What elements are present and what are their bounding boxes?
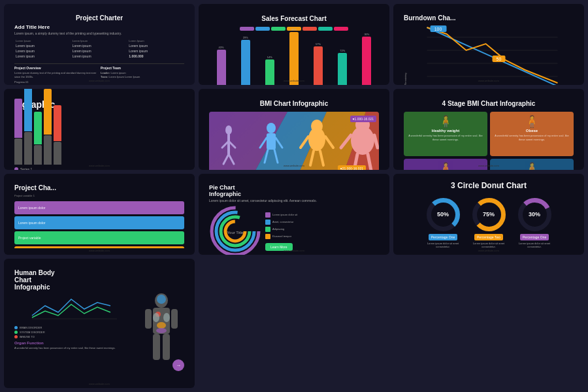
svg-rect-55 xyxy=(171,309,178,329)
bmi4-overweight: 🧍 Overweight A wonderful serenity has be… xyxy=(490,159,574,170)
donut-title: 3 Circle Donut Chart xyxy=(451,180,527,191)
bmi-partial-watermark: www.website.com xyxy=(89,164,110,167)
donut-label-3: Percentage One xyxy=(520,234,549,240)
bmi-diagonal: Underweight Normal Overweight Clinically… xyxy=(209,112,379,170)
bmi-partial-legend: Series 1 Series 2 Series 3 Column4 Colum… xyxy=(14,167,184,170)
svg-point-12 xyxy=(225,125,232,135)
donut-label-1: Percentage One xyxy=(429,234,457,240)
pie-legend: Lorem ipsum dolor sit Amet, consectetur … xyxy=(265,212,379,239)
card-project-cha: Project Cha... Project variable 1 Lorem … xyxy=(4,174,195,255)
svg-point-58 xyxy=(157,295,166,304)
body-layout: BRAIN DISORDER SYSTEM DISORDER IMMUNE TO… xyxy=(14,293,184,378)
card-burndown: Burndown Cha... Story Remaining xyxy=(393,4,584,85)
pc-table: Lorem Ipsum Lorem Ipsum Lorem Ipsum Lore… xyxy=(14,39,184,59)
bmi4-watermark: www.website.com xyxy=(478,164,499,167)
sf-bar-2023: 57% 2023 xyxy=(314,42,323,85)
svg-point-25 xyxy=(308,127,325,151)
card-bmi4stage: 4 Stage BMI Chart Infographic 🧍 Healthy … xyxy=(393,89,584,170)
bmi4-underweight: 🧍 Underweight A wonderful serenity has b… xyxy=(404,159,487,170)
donut-label-2: Percentage Two xyxy=(474,234,503,240)
pc-overview-title: Project Overview xyxy=(14,66,98,70)
svg-text:50: 50 xyxy=(497,57,502,61)
main-grid: Project Charter Add Title Here Lorem ips… xyxy=(0,0,588,392)
donut-circle-1: 50% Percentage One Lorem ipsum dolor sit… xyxy=(423,197,463,248)
pc-overview-text: Lorem ipsum dummy text of the printing a… xyxy=(14,71,98,78)
sf-bars: 43% 2019 29% 2020 14% 2021 86% 2 xyxy=(209,33,379,85)
card-sales-forecast: Sales Forecast Chart 43% 2019 29% xyxy=(199,4,389,85)
bmi4-title: 4 Stage BMI Chart Infographic xyxy=(404,99,574,108)
donut-circles: 50% Percentage One Lorem ipsum dolor sit… xyxy=(423,197,554,248)
sf-bar-2019: 43% 2019 xyxy=(217,46,226,85)
bd-watermark: www.website.com xyxy=(478,79,499,82)
donut-circle-3: 30% Percentage One Lorem ipsum dolor sit… xyxy=(515,197,554,248)
svg-rect-19 xyxy=(267,133,276,150)
card-project-charter: Project Charter Add Title Here Lorem ips… xyxy=(4,4,195,85)
body-badge: → xyxy=(172,359,184,371)
bmi-badge1: ♥1.000-16.021 xyxy=(350,116,376,122)
svg-rect-56 xyxy=(153,334,160,360)
card-donut: 3 Circle Donut Chart 50% Percentage One … xyxy=(393,174,584,255)
svg-rect-57 xyxy=(163,334,170,360)
svg-point-60 xyxy=(153,313,159,322)
bmi4-obese: 🧍 Obese A wonderful serenity has been po… xyxy=(490,112,574,156)
projcha-row-3: Project variable xyxy=(14,231,184,244)
svg-point-63 xyxy=(156,328,167,333)
body-labels: BRAIN DISORDER SYSTEM DISORDER IMMUNE TO xyxy=(14,326,135,338)
projcha-row-1: Lorem ipsum dolor xyxy=(14,201,184,214)
sf-bar-2024: 72% 2024 xyxy=(338,49,347,85)
svg-text:100: 100 xyxy=(434,27,442,31)
card-pie-chart: Pie ChartInfographic Lorem ipsum dolor s… xyxy=(199,174,389,255)
projcha-rows: Lorem ipsum dolor Lorem ipsum dolor Proj… xyxy=(14,201,184,248)
pc-desc: Lorem ipsum, a simply dummy text of the … xyxy=(14,31,184,36)
pc-team-text: Leader: Lorem ipsumTeam: Lorem Ipsum Lor… xyxy=(101,71,184,78)
bmi4-healthy: 🧍 Healthy weight A wonderful serenity ha… xyxy=(404,112,487,156)
svg-point-31 xyxy=(351,126,374,155)
donut-circle-2: 75% Percentage Two Lorem ipsum dolor sit… xyxy=(469,197,508,248)
bmi-partial-title: ...graphic xyxy=(14,99,184,110)
pie-layout: Your Title Lorem ipsum dolor sit Amet, c… xyxy=(209,205,379,255)
bmi-partial-bars xyxy=(14,112,184,165)
projcha-row-2: Lorem ipsum dolor xyxy=(14,216,184,229)
body-organ-title: Organ Function xyxy=(14,341,135,345)
card-bmi-partial: ...graphic xyxy=(4,89,195,170)
bmi-center-watermark: www.website.com xyxy=(284,164,304,167)
body-line-chart xyxy=(14,293,135,322)
bmi4-grid: 🧍 Healthy weight A wonderful serenity ha… xyxy=(404,112,574,170)
svg-rect-54 xyxy=(145,309,152,329)
pc-team-title: Project Team xyxy=(101,66,184,70)
pc-add-title: Add Title Here xyxy=(14,24,184,30)
svg-point-61 xyxy=(163,313,170,322)
project-charter-title: Project Charter xyxy=(14,14,184,22)
svg-point-62 xyxy=(157,322,166,329)
card-human-body: Human BodyChartInfographic BRAIN DISORDE… xyxy=(4,259,195,388)
pie-desc: Lorem ipsum dolor sit amet, consectetur … xyxy=(209,199,379,203)
body-watermark: www.website.com xyxy=(89,382,110,385)
pie-title: Pie ChartInfographic xyxy=(209,184,379,197)
burndown-chart-svg: 100 50 xyxy=(411,24,574,85)
burndown-title: Burndown Cha... xyxy=(404,14,574,22)
sf-watermark: www.website.com xyxy=(284,79,304,82)
sales-forecast-title: Sales Forecast Chart xyxy=(209,14,379,23)
body-chart-title: Human BodyChartInfographic xyxy=(14,269,184,291)
bmi-center-title: BMI Chart Infographic xyxy=(209,99,379,108)
projcha-title: Project Cha... xyxy=(14,184,184,191)
bmi-badge2: ♥21.000-16.021 xyxy=(338,165,366,170)
sf-bar-2020: 29% 2020 xyxy=(241,36,250,85)
card-bmi-center: BMI Chart Infographic xyxy=(199,89,389,170)
body-organ-text: A wonderful serenity has been possession… xyxy=(14,346,135,350)
pie-watermark: www.website.com xyxy=(284,249,304,252)
pc-watermark: www.website.com xyxy=(89,79,110,82)
body-silhouette-container: → xyxy=(139,293,184,378)
sf-bar-2025: 36% 2025 xyxy=(362,33,371,85)
bd-y-axis: Story Remaining xyxy=(404,24,407,85)
sf-bar-2021: 14% 2021 xyxy=(265,56,274,85)
pie-arcs: Your Title xyxy=(209,205,261,255)
projcha-row-4: Lorem ipsum xyxy=(14,246,184,248)
projcha-watermark: www.website.com xyxy=(89,249,110,252)
svg-text:Your Title: Your Title xyxy=(227,231,244,235)
svg-point-18 xyxy=(267,123,276,133)
sf-bar-2022: 86% 2022 xyxy=(289,28,299,85)
donut-watermark: www.website.com xyxy=(478,249,499,252)
